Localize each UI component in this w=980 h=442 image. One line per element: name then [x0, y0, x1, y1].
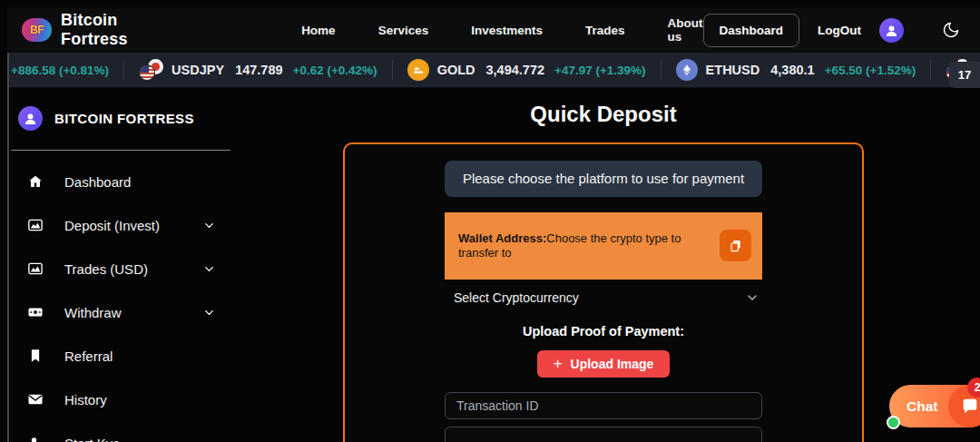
sidebar-item-trades[interactable]: Trades (USD) — [9, 247, 236, 290]
upload-image-label: Upload Image — [571, 357, 654, 371]
sidebar-header: BITCOIN FORTRESS — [9, 88, 236, 131]
chevron-down-icon — [745, 290, 760, 305]
chat-widget[interactable]: Chat 2 — [889, 385, 980, 427]
payment-notice: Please choose the platform to use for pa… — [445, 161, 762, 197]
sidebar-item-withdraw[interactable]: Withdraw — [9, 290, 236, 334]
logout-button[interactable]: LogOut — [818, 24, 861, 37]
upload-proof-label: Upload Proof of Payment: — [523, 324, 684, 339]
ticker-item-ethusd[interactable]: ETHUSD 4,380.1 +65.50 (+1.52%) — [662, 59, 931, 81]
online-status-dot — [887, 416, 900, 429]
home-icon — [27, 173, 44, 190]
topbar: BF Bitcoin Fortress Home Services Invest… — [7, 7, 980, 53]
ticker-change: +0.62 (+0.42%) — [293, 64, 377, 77]
brand[interactable]: BF Bitcoin Fortress — [22, 11, 172, 49]
sidebar-item-dashboard[interactable]: Dashboard — [9, 160, 236, 203]
wallet-address-box: Wallet Address:Choose the crypto type to… — [445, 212, 762, 280]
top-navigation: Home Services Investments Trades About u… — [301, 16, 702, 44]
crypto-select[interactable]: Select Cryptocurrency — [445, 287, 762, 309]
dark-mode-toggle[interactable] — [942, 21, 960, 39]
dashboard-button[interactable]: Dashboard — [703, 14, 800, 47]
area-chart-icon — [27, 217, 44, 233]
usdjpy-flags-icon — [139, 59, 163, 81]
ticker-item-usdjpy[interactable]: USDJPY 147.789 +0.62 (+0.42%) — [124, 59, 392, 81]
gold-icon — [407, 59, 429, 81]
app-window: BF Bitcoin Fortress Home Services Invest… — [0, 0, 980, 442]
person-add-icon — [27, 435, 44, 442]
ticker-change: +65.50 (+1.52%) — [825, 64, 916, 77]
page-title: Quick Deposit — [343, 102, 864, 127]
ticker-item-partial[interactable]: +886.58 (+0.81%) — [7, 64, 123, 77]
brand-logo-icon: BF — [22, 18, 52, 42]
copy-icon — [729, 239, 743, 253]
ticker-change: +47.97 (+1.39%) — [554, 64, 646, 77]
speech-bubble-icon — [960, 397, 980, 417]
copy-address-button[interactable] — [720, 230, 751, 261]
ticker-price: 147.789 — [235, 63, 282, 77]
ticker-price: 3,494.772 — [486, 63, 545, 77]
user-avatar[interactable] — [879, 18, 904, 43]
chevron-down-icon[interactable] — [202, 262, 216, 276]
market-ticker: +886.58 (+0.81%) USDJPY 147.789 +0.62 (+… — [7, 53, 980, 88]
bookmark-icon — [27, 348, 44, 364]
sidebar-title: BITCOIN FORTRESS — [54, 111, 194, 126]
sidebar-item-referral[interactable]: Referral — [9, 334, 236, 378]
nav-services[interactable]: Services — [378, 24, 429, 37]
chevron-down-icon[interactable] — [202, 219, 216, 232]
banknote-icon — [27, 304, 44, 320]
nav-about[interactable]: About us — [668, 16, 703, 44]
plus-icon: + — [554, 355, 563, 373]
nav-trades[interactable]: Trades — [585, 24, 625, 37]
secondary-input[interactable] — [445, 427, 762, 442]
envelope-icon — [27, 391, 44, 408]
sidebar: BITCOIN FORTRESS Dashboard Deposit (Inve… — [9, 88, 236, 442]
transaction-id-input[interactable] — [445, 392, 762, 420]
tradingview-attribution-badge[interactable]: 17 — [949, 62, 980, 88]
sidebar-item-history[interactable]: History — [9, 378, 236, 421]
nav-investments[interactable]: Investments — [471, 24, 543, 37]
nav-home[interactable]: Home — [301, 24, 336, 37]
person-icon — [884, 23, 899, 38]
brand-name: Bitcoin Fortress — [61, 11, 172, 49]
chevron-down-icon[interactable] — [202, 306, 216, 319]
upload-image-button[interactable]: + Upload Image — [537, 350, 671, 378]
moon-icon — [942, 21, 960, 39]
ticker-symbol: GOLD — [437, 63, 475, 77]
ticker-symbol: ETHUSD — [706, 63, 760, 77]
ticker-item-gold[interactable]: GOLD 3,494.772 +47.97 (+1.39%) — [393, 59, 661, 81]
ticker-price: 4,380.1 — [770, 63, 814, 77]
chat-label: Chat — [906, 398, 937, 415]
crypto-select-label: Select Cryptocurrency — [454, 290, 579, 305]
wallet-address-text: Wallet Address:Choose the crypto type to… — [458, 231, 720, 261]
eth-icon — [676, 59, 698, 81]
sidebar-item-deposit[interactable]: Deposit (Invest) — [9, 203, 236, 247]
wallet-address-label: Wallet Address: — [458, 231, 546, 245]
area-chart-icon — [27, 260, 44, 277]
sidebar-item-start-kyc[interactable]: Start Kyc — [9, 421, 236, 442]
person-icon — [23, 111, 38, 126]
topbar-right: Dashboard LogOut — [703, 14, 961, 47]
deposit-panel: Please choose the platform to use for pa… — [343, 142, 864, 442]
sidebar-divider — [11, 150, 230, 151]
ticker-change: +886.58 (+0.81%) — [11, 64, 109, 77]
sidebar-avatar — [18, 106, 43, 131]
sidebar-menu: Dashboard Deposit (Invest) Trades (USD) — [9, 160, 236, 442]
ticker-symbol: USDJPY — [172, 63, 224, 77]
